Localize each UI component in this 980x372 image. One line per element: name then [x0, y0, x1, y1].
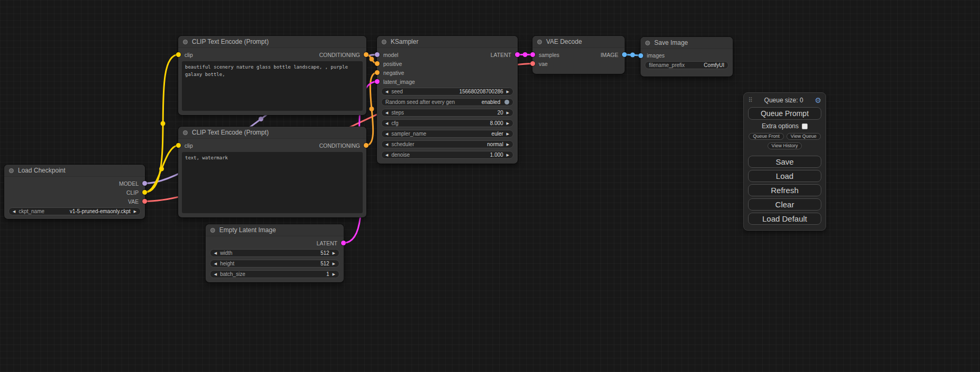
increment-arrow-icon[interactable]: ▶	[507, 153, 509, 157]
widget-random-seed-toggle[interactable]: Random seed after every gen enabled	[381, 98, 513, 106]
save-button[interactable]: Save	[748, 156, 821, 168]
widget-value: enabled	[481, 99, 500, 105]
decrement-arrow-icon[interactable]: ◀	[385, 111, 388, 115]
wire-clip-negative-midpoint-dot[interactable]	[159, 167, 164, 171]
refresh-button[interactable]: Refresh	[748, 184, 821, 196]
collapse-dot[interactable]	[537, 40, 542, 44]
node-vae-decode[interactable]: VAE Decode samples IMAGE vae	[532, 36, 625, 74]
wire-model-midpoint-dot[interactable]	[259, 117, 264, 121]
view-queue-button[interactable]: View Queue	[787, 133, 821, 140]
widget-sampler-name[interactable]: ◀ sampler_name euler ▶	[381, 130, 513, 138]
input-slot-positive[interactable]	[375, 61, 380, 66]
increment-arrow-icon[interactable]: ▶	[507, 121, 509, 125]
queue-front-button[interactable]: Queue Front	[749, 133, 784, 140]
output-slot-model[interactable]	[142, 181, 147, 186]
output-row: CLIP	[4, 188, 145, 197]
increment-arrow-icon[interactable]: ▶	[333, 262, 335, 265]
input-slot-clip[interactable]	[176, 143, 181, 148]
wire-conditioning-positive-midpoint-dot[interactable]	[370, 57, 374, 62]
widget-ckpt-name[interactable]: ◀ ckpt_name v1-5-pruned-emaonly.ckpt ▶	[8, 207, 141, 215]
wire-image-midpoint-dot[interactable]	[630, 53, 635, 58]
input-slot-latent-image[interactable]	[375, 79, 380, 84]
output-slot-conditioning[interactable]	[364, 52, 368, 57]
input-slot-samples[interactable]	[530, 52, 535, 57]
increment-arrow-icon[interactable]: ▶	[507, 142, 509, 146]
wire-latent-samples-midpoint-dot[interactable]	[523, 52, 528, 57]
input-slot-images[interactable]	[638, 53, 643, 58]
node-ksampler[interactable]: KSampler model LATENT positive negative	[377, 36, 518, 164]
node-empty-latent-image[interactable]: Empty Latent Image LATENT ◀ width 512 ▶ …	[206, 224, 344, 282]
node-title-bar[interactable]: CLIP Text Encode (Prompt)	[178, 127, 366, 139]
decrement-arrow-icon[interactable]: ◀	[214, 262, 217, 265]
output-slot-vae[interactable]	[142, 199, 147, 204]
collapse-dot[interactable]	[183, 130, 188, 135]
decrement-arrow-icon[interactable]: ◀	[214, 272, 217, 276]
widget-label: batch_size	[220, 271, 245, 277]
node-clip-text-encode-positive[interactable]: CLIP Text Encode (Prompt) clip CONDITION…	[178, 36, 366, 115]
widget-batch-size[interactable]: ◀ batch_size 1 ▶	[210, 270, 339, 278]
node-title-bar[interactable]: Empty Latent Image	[206, 224, 344, 236]
node-load-checkpoint[interactable]: Load Checkpoint MODEL CLIP VAE ◀ ckpt_na…	[4, 165, 145, 219]
widget-seed[interactable]: ◀ seed 156680208700286 ▶	[381, 88, 513, 96]
view-history-button[interactable]: View History	[768, 142, 802, 149]
collapse-dot[interactable]	[183, 40, 188, 44]
increment-arrow-icon[interactable]: ▶	[507, 90, 509, 93]
decrement-arrow-icon[interactable]: ◀	[13, 209, 15, 213]
node-title-bar[interactable]: CLIP Text Encode (Prompt)	[178, 36, 366, 48]
slot-row: images	[641, 51, 733, 60]
extra-options-checkbox[interactable]	[802, 123, 808, 129]
output-slot-image[interactable]	[622, 52, 627, 57]
widget-height[interactable]: ◀ height 512 ▶	[210, 260, 339, 268]
decrement-arrow-icon[interactable]: ◀	[385, 142, 388, 146]
wire-clip-positive-midpoint-dot[interactable]	[161, 121, 166, 126]
increment-arrow-icon[interactable]: ▶	[507, 111, 509, 115]
collapse-dot[interactable]	[382, 40, 386, 44]
widget-cfg[interactable]: ◀ cfg 8.000 ▶	[381, 119, 513, 127]
node-title-bar[interactable]: VAE Decode	[532, 36, 625, 48]
decrement-arrow-icon[interactable]: ◀	[385, 90, 388, 93]
node-clip-text-encode-negative[interactable]: CLIP Text Encode (Prompt) clip CONDITION…	[178, 127, 366, 217]
input-slot-negative[interactable]	[375, 70, 380, 75]
widget-width[interactable]: ◀ width 512 ▶	[210, 249, 339, 257]
output-slot-latent[interactable]	[515, 52, 520, 57]
widget-scheduler[interactable]: ◀ scheduler normal ▶	[381, 140, 513, 148]
output-slot-latent[interactable]	[341, 241, 346, 245]
input-slot-model[interactable]	[375, 52, 380, 57]
load-default-button[interactable]: Load Default	[748, 213, 821, 225]
widget-filename-prefix[interactable]: filename_prefix ComfyUI	[645, 61, 729, 69]
node-title-bar[interactable]: Save Image	[641, 37, 733, 49]
positive-prompt-textarea[interactable]: beautiful scenery nature glass bottle la…	[182, 61, 363, 111]
increment-arrow-icon[interactable]: ▶	[333, 251, 335, 255]
drag-handle-icon[interactable]: ⠿	[748, 97, 753, 104]
clear-button[interactable]: Clear	[748, 198, 821, 211]
increment-arrow-icon[interactable]: ▶	[507, 132, 509, 136]
toggle-dot[interactable]	[504, 100, 509, 104]
collapse-dot[interactable]	[9, 168, 14, 173]
widget-value: euler	[491, 131, 503, 137]
collapse-dot[interactable]	[210, 228, 215, 233]
collapse-dot[interactable]	[645, 41, 650, 45]
wire-conditioning-negative-midpoint-dot[interactable]	[370, 107, 374, 111]
decrement-arrow-icon[interactable]: ◀	[385, 153, 388, 157]
workflow-buttons: Save Load Refresh Clear Load Default	[748, 156, 821, 225]
output-slot-clip[interactable]	[142, 190, 147, 195]
settings-gear-icon[interactable]: ⚙	[814, 97, 821, 104]
queue-prompt-button[interactable]: Queue Prompt	[748, 107, 821, 120]
negative-prompt-textarea[interactable]: text, watermark	[182, 152, 363, 213]
load-button[interactable]: Load	[748, 170, 821, 182]
increment-arrow-icon[interactable]: ▶	[333, 272, 335, 276]
node-title-bar[interactable]: KSampler	[377, 36, 518, 48]
widget-label: denoise	[391, 152, 410, 158]
node-title-bar[interactable]: Load Checkpoint	[4, 165, 145, 177]
decrement-arrow-icon[interactable]: ◀	[385, 132, 388, 136]
input-slot-vae[interactable]	[530, 61, 535, 66]
widget-denoise[interactable]: ◀ denoise 1.000 ▶	[381, 151, 513, 159]
output-slot-conditioning[interactable]	[364, 143, 368, 148]
decrement-arrow-icon[interactable]: ◀	[214, 251, 217, 255]
widget-steps[interactable]: ◀ steps 20 ▶	[381, 109, 513, 117]
decrement-arrow-icon[interactable]: ◀	[385, 121, 388, 125]
increment-arrow-icon[interactable]: ▶	[134, 209, 137, 213]
slot-row: clip CONDITIONING	[178, 50, 366, 59]
input-slot-clip[interactable]	[176, 52, 181, 57]
node-save-image[interactable]: Save Image images filename_prefix ComfyU…	[641, 37, 733, 77]
